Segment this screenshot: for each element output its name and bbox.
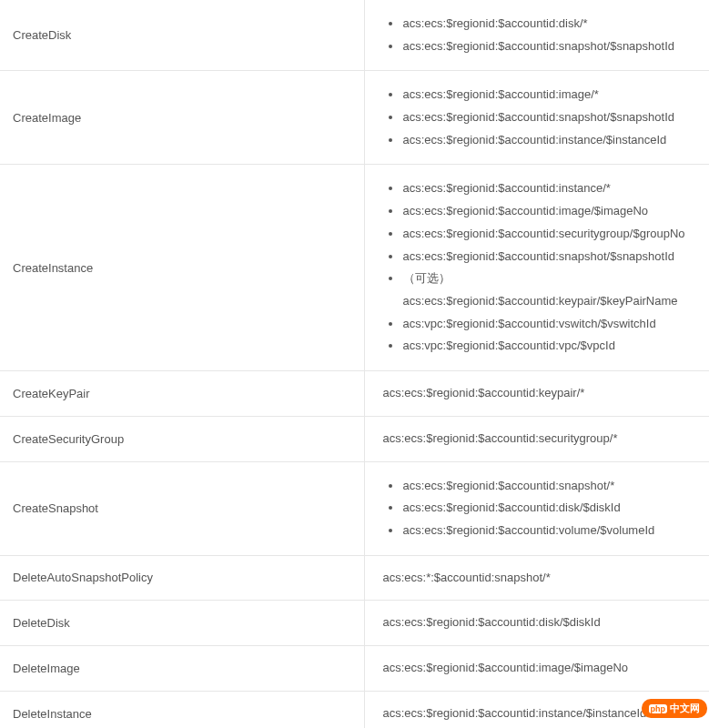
resource-list: acs:ecs:$regionid:$accountid:disk/*acs:e… bbox=[383, 13, 697, 57]
resource-item: acs:ecs:$regionid:$accountid:snapshot/* bbox=[400, 475, 697, 498]
resource-text: acs:ecs:$regionid:$accountid:image/$imag… bbox=[383, 661, 629, 674]
resource-item: acs:ecs:$regionid:$accountid:snapshot/$s… bbox=[400, 35, 697, 58]
table-row: DeleteImageacs:ecs:$regionid:$accountid:… bbox=[0, 646, 709, 692]
resource-text: acs:ecs:$regionid:$accountid:instance/$i… bbox=[383, 706, 647, 720]
resource-item: acs:ecs:$regionid:$accountid:instance/$i… bbox=[400, 129, 697, 152]
action-cell: DeleteInstance bbox=[0, 691, 364, 728]
resource-cell: acs:ecs:$regionid:$accountid:keypair/* bbox=[364, 370, 709, 416]
resource-item: acs:ecs:$regionid:$accountid:disk/* bbox=[400, 13, 697, 35]
resource-cell: acs:ecs:*:$accountid:snapshot/* bbox=[364, 555, 709, 601]
resource-item: acs:vpc:$regionid:$accountid:vswitch/$vs… bbox=[400, 313, 697, 336]
api-permissions-table: CreateDiskacs:ecs:$regionid:$accountid:d… bbox=[0, 0, 709, 728]
resource-item: acs:ecs:$regionid:$accountid:securitygro… bbox=[400, 223, 697, 246]
resource-list: acs:ecs:$regionid:$accountid:image/*acs:… bbox=[383, 84, 697, 151]
table-row: CreateImageacs:ecs:$regionid:$accountid:… bbox=[0, 71, 709, 165]
resource-cell: acs:ecs:$regionid:$accountid:snapshot/*a… bbox=[364, 461, 709, 555]
action-cell: CreateKeyPair bbox=[0, 370, 364, 416]
table-row: CreateDiskacs:ecs:$regionid:$accountid:d… bbox=[0, 0, 709, 71]
resource-text: acs:ecs:$regionid:$accountid:disk/$diskI… bbox=[383, 615, 601, 629]
resource-text: acs:ecs:$regionid:$accountid:keypair/* bbox=[383, 386, 585, 399]
resource-cell: acs:ecs:$regionid:$accountid:image/*acs:… bbox=[364, 71, 709, 165]
resource-item: acs:ecs:$regionid:$accountid:instance/* bbox=[400, 177, 697, 200]
action-cell: CreateImage bbox=[0, 71, 364, 165]
watermark-badge: php 中文网 bbox=[642, 699, 708, 718]
table-row: DeleteInstanceacs:ecs:$regionid:$account… bbox=[0, 691, 709, 728]
resource-list: acs:ecs:$regionid:$accountid:instance/*a… bbox=[383, 177, 697, 358]
resource-item: acs:ecs:$regionid:$accountid:snapshot/$s… bbox=[400, 106, 697, 129]
resource-item: acs:ecs:$regionid:$accountid:snapshot/$s… bbox=[400, 246, 697, 268]
action-cell: CreateSecurityGroup bbox=[0, 416, 364, 461]
action-cell: CreateSnapshot bbox=[0, 461, 364, 555]
resource-item: （可选）acs:ecs:$regionid:$accountid:keypair… bbox=[400, 268, 697, 312]
table-row: CreateKeyPairacs:ecs:$regionid:$accounti… bbox=[0, 370, 709, 416]
resource-item: acs:vpc:$regionid:$accountid:vpc/$vpcId bbox=[400, 335, 697, 358]
resource-item: acs:ecs:$regionid:$accountid:disk/$diskI… bbox=[400, 497, 697, 520]
action-cell: DeleteDisk bbox=[0, 601, 364, 646]
resource-cell: acs:ecs:$regionid:$accountid:disk/*acs:e… bbox=[364, 0, 709, 71]
resource-cell: acs:ecs:$regionid:$accountid:securitygro… bbox=[364, 416, 709, 461]
action-cell: CreateInstance bbox=[0, 165, 364, 371]
table-row: DeleteAutoSnapshotPolicyacs:ecs:*:$accou… bbox=[0, 555, 709, 601]
resource-item: acs:ecs:$regionid:$accountid:image/* bbox=[400, 84, 697, 106]
resource-cell: acs:ecs:$regionid:$accountid:image/$imag… bbox=[364, 646, 709, 692]
watermark-text: 中文网 bbox=[670, 702, 700, 715]
table-body: CreateDiskacs:ecs:$regionid:$accountid:d… bbox=[0, 0, 709, 728]
resource-list: acs:ecs:$regionid:$accountid:snapshot/*a… bbox=[383, 475, 697, 542]
table-row: CreateSecurityGroupacs:ecs:$regionid:$ac… bbox=[0, 416, 709, 461]
table-row: CreateSnapshotacs:ecs:$regionid:$account… bbox=[0, 461, 709, 555]
table-row: CreateInstanceacs:ecs:$regionid:$account… bbox=[0, 165, 709, 371]
watermark-icon: php bbox=[649, 704, 668, 713]
resource-text: acs:ecs:$regionid:$accountid:securitygro… bbox=[383, 431, 618, 445]
resource-cell: acs:ecs:$regionid:$accountid:instance/*a… bbox=[364, 165, 709, 371]
action-cell: DeleteImage bbox=[0, 646, 364, 692]
resource-cell: acs:ecs:$regionid:$accountid:disk/$diskI… bbox=[364, 601, 709, 646]
resource-item: acs:ecs:$regionid:$accountid:image/$imag… bbox=[400, 200, 697, 223]
action-cell: DeleteAutoSnapshotPolicy bbox=[0, 555, 364, 601]
table-row: DeleteDiskacs:ecs:$regionid:$accountid:d… bbox=[0, 601, 709, 646]
resource-text: acs:ecs:*:$accountid:snapshot/* bbox=[383, 571, 551, 584]
action-cell: CreateDisk bbox=[0, 0, 364, 71]
resource-item: acs:ecs:$regionid:$accountid:volume/$vol… bbox=[400, 520, 697, 542]
